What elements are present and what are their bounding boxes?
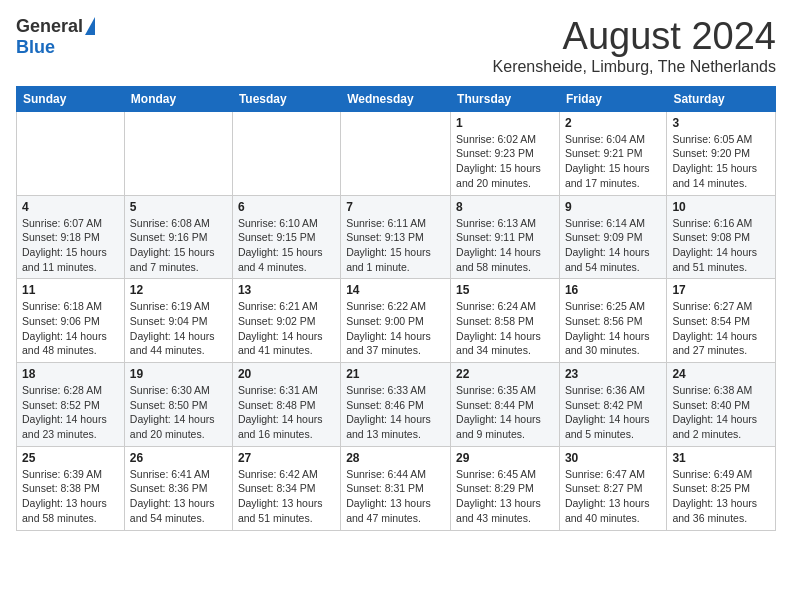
day-number: 17 xyxy=(672,283,770,297)
day-number: 14 xyxy=(346,283,445,297)
day-number: 10 xyxy=(672,200,770,214)
day-info: Sunrise: 6:11 AMSunset: 9:13 PMDaylight:… xyxy=(346,217,431,273)
day-info: Sunrise: 6:38 AMSunset: 8:40 PMDaylight:… xyxy=(672,384,757,440)
day-number: 26 xyxy=(130,451,227,465)
day-number: 18 xyxy=(22,367,119,381)
day-number: 3 xyxy=(672,116,770,130)
day-number: 23 xyxy=(565,367,661,381)
logo-triangle-icon xyxy=(85,17,95,35)
day-info: Sunrise: 6:33 AMSunset: 8:46 PMDaylight:… xyxy=(346,384,431,440)
month-year-title: August 2024 xyxy=(493,16,776,58)
day-number: 19 xyxy=(130,367,227,381)
day-number: 11 xyxy=(22,283,119,297)
table-row: 2Sunrise: 6:04 AMSunset: 9:21 PMDaylight… xyxy=(559,111,666,195)
day-number: 5 xyxy=(130,200,227,214)
day-info: Sunrise: 6:21 AMSunset: 9:02 PMDaylight:… xyxy=(238,300,323,356)
calendar-table: Sunday Monday Tuesday Wednesday Thursday… xyxy=(16,86,776,531)
table-row: 30Sunrise: 6:47 AMSunset: 8:27 PMDayligh… xyxy=(559,446,666,530)
day-number: 30 xyxy=(565,451,661,465)
table-row: 25Sunrise: 6:39 AMSunset: 8:38 PMDayligh… xyxy=(17,446,125,530)
table-row: 10Sunrise: 6:16 AMSunset: 9:08 PMDayligh… xyxy=(667,195,776,279)
table-row: 28Sunrise: 6:44 AMSunset: 8:31 PMDayligh… xyxy=(341,446,451,530)
table-row: 7Sunrise: 6:11 AMSunset: 9:13 PMDaylight… xyxy=(341,195,451,279)
day-info: Sunrise: 6:22 AMSunset: 9:00 PMDaylight:… xyxy=(346,300,431,356)
day-info: Sunrise: 6:41 AMSunset: 8:36 PMDaylight:… xyxy=(130,468,215,524)
table-row: 27Sunrise: 6:42 AMSunset: 8:34 PMDayligh… xyxy=(232,446,340,530)
table-row: 29Sunrise: 6:45 AMSunset: 8:29 PMDayligh… xyxy=(451,446,560,530)
calendar-header-row: Sunday Monday Tuesday Wednesday Thursday… xyxy=(17,86,776,111)
table-row: 13Sunrise: 6:21 AMSunset: 9:02 PMDayligh… xyxy=(232,279,340,363)
day-number: 8 xyxy=(456,200,554,214)
day-number: 6 xyxy=(238,200,335,214)
table-row: 3Sunrise: 6:05 AMSunset: 9:20 PMDaylight… xyxy=(667,111,776,195)
day-info: Sunrise: 6:25 AMSunset: 8:56 PMDaylight:… xyxy=(565,300,650,356)
table-row: 16Sunrise: 6:25 AMSunset: 8:56 PMDayligh… xyxy=(559,279,666,363)
col-sunday: Sunday xyxy=(17,86,125,111)
day-number: 22 xyxy=(456,367,554,381)
day-info: Sunrise: 6:49 AMSunset: 8:25 PMDaylight:… xyxy=(672,468,757,524)
day-number: 16 xyxy=(565,283,661,297)
day-info: Sunrise: 6:14 AMSunset: 9:09 PMDaylight:… xyxy=(565,217,650,273)
day-number: 13 xyxy=(238,283,335,297)
table-row xyxy=(124,111,232,195)
day-number: 25 xyxy=(22,451,119,465)
day-number: 1 xyxy=(456,116,554,130)
day-info: Sunrise: 6:31 AMSunset: 8:48 PMDaylight:… xyxy=(238,384,323,440)
table-row: 5Sunrise: 6:08 AMSunset: 9:16 PMDaylight… xyxy=(124,195,232,279)
table-row: 1Sunrise: 6:02 AMSunset: 9:23 PMDaylight… xyxy=(451,111,560,195)
day-number: 20 xyxy=(238,367,335,381)
table-row: 24Sunrise: 6:38 AMSunset: 8:40 PMDayligh… xyxy=(667,363,776,447)
day-number: 12 xyxy=(130,283,227,297)
day-info: Sunrise: 6:27 AMSunset: 8:54 PMDaylight:… xyxy=(672,300,757,356)
table-row xyxy=(17,111,125,195)
day-info: Sunrise: 6:13 AMSunset: 9:11 PMDaylight:… xyxy=(456,217,541,273)
day-info: Sunrise: 6:16 AMSunset: 9:08 PMDaylight:… xyxy=(672,217,757,273)
day-number: 27 xyxy=(238,451,335,465)
day-info: Sunrise: 6:02 AMSunset: 9:23 PMDaylight:… xyxy=(456,133,541,189)
table-row xyxy=(341,111,451,195)
day-info: Sunrise: 6:05 AMSunset: 9:20 PMDaylight:… xyxy=(672,133,757,189)
day-number: 2 xyxy=(565,116,661,130)
table-row: 8Sunrise: 6:13 AMSunset: 9:11 PMDaylight… xyxy=(451,195,560,279)
table-row: 17Sunrise: 6:27 AMSunset: 8:54 PMDayligh… xyxy=(667,279,776,363)
day-number: 24 xyxy=(672,367,770,381)
day-info: Sunrise: 6:39 AMSunset: 8:38 PMDaylight:… xyxy=(22,468,107,524)
calendar-week-row: 18Sunrise: 6:28 AMSunset: 8:52 PMDayligh… xyxy=(17,363,776,447)
day-number: 21 xyxy=(346,367,445,381)
day-info: Sunrise: 6:08 AMSunset: 9:16 PMDaylight:… xyxy=(130,217,215,273)
day-info: Sunrise: 6:47 AMSunset: 8:27 PMDaylight:… xyxy=(565,468,650,524)
table-row: 20Sunrise: 6:31 AMSunset: 8:48 PMDayligh… xyxy=(232,363,340,447)
table-row: 12Sunrise: 6:19 AMSunset: 9:04 PMDayligh… xyxy=(124,279,232,363)
day-info: Sunrise: 6:45 AMSunset: 8:29 PMDaylight:… xyxy=(456,468,541,524)
table-row: 4Sunrise: 6:07 AMSunset: 9:18 PMDaylight… xyxy=(17,195,125,279)
title-section: August 2024 Kerensheide, Limburg, The Ne… xyxy=(493,16,776,76)
day-info: Sunrise: 6:18 AMSunset: 9:06 PMDaylight:… xyxy=(22,300,107,356)
calendar-week-row: 25Sunrise: 6:39 AMSunset: 8:38 PMDayligh… xyxy=(17,446,776,530)
day-number: 29 xyxy=(456,451,554,465)
col-friday: Friday xyxy=(559,86,666,111)
table-row: 23Sunrise: 6:36 AMSunset: 8:42 PMDayligh… xyxy=(559,363,666,447)
day-number: 7 xyxy=(346,200,445,214)
table-row: 9Sunrise: 6:14 AMSunset: 9:09 PMDaylight… xyxy=(559,195,666,279)
col-monday: Monday xyxy=(124,86,232,111)
logo: General Blue xyxy=(16,16,95,58)
col-thursday: Thursday xyxy=(451,86,560,111)
calendar-week-row: 1Sunrise: 6:02 AMSunset: 9:23 PMDaylight… xyxy=(17,111,776,195)
calendar-week-row: 11Sunrise: 6:18 AMSunset: 9:06 PMDayligh… xyxy=(17,279,776,363)
day-info: Sunrise: 6:42 AMSunset: 8:34 PMDaylight:… xyxy=(238,468,323,524)
day-number: 31 xyxy=(672,451,770,465)
calendar-week-row: 4Sunrise: 6:07 AMSunset: 9:18 PMDaylight… xyxy=(17,195,776,279)
table-row: 22Sunrise: 6:35 AMSunset: 8:44 PMDayligh… xyxy=(451,363,560,447)
col-saturday: Saturday xyxy=(667,86,776,111)
day-info: Sunrise: 6:10 AMSunset: 9:15 PMDaylight:… xyxy=(238,217,323,273)
day-info: Sunrise: 6:36 AMSunset: 8:42 PMDaylight:… xyxy=(565,384,650,440)
day-info: Sunrise: 6:30 AMSunset: 8:50 PMDaylight:… xyxy=(130,384,215,440)
table-row: 19Sunrise: 6:30 AMSunset: 8:50 PMDayligh… xyxy=(124,363,232,447)
day-info: Sunrise: 6:19 AMSunset: 9:04 PMDaylight:… xyxy=(130,300,215,356)
table-row: 6Sunrise: 6:10 AMSunset: 9:15 PMDaylight… xyxy=(232,195,340,279)
day-info: Sunrise: 6:35 AMSunset: 8:44 PMDaylight:… xyxy=(456,384,541,440)
logo-general: General xyxy=(16,16,83,37)
logo-blue: Blue xyxy=(16,37,55,58)
col-wednesday: Wednesday xyxy=(341,86,451,111)
day-info: Sunrise: 6:44 AMSunset: 8:31 PMDaylight:… xyxy=(346,468,431,524)
